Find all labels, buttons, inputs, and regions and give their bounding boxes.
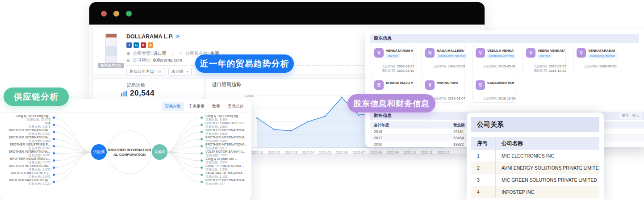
svg-text:2022-12: 2022-12 — [437, 150, 450, 154]
company-website-row: ◉ 公司网址: dollarama.com — [126, 57, 182, 63]
shareholder-card: V VEDULA VENKATA RAM... additional direc… — [472, 45, 515, 73]
blog-icon[interactable]: B — [148, 42, 153, 48]
buyer-item[interactable]: CôNG TY TRáCH NHIệM ...贸易次数: 2,359 — [205, 164, 250, 171]
linkedin-icon[interactable]: in — [134, 42, 139, 48]
leave-date: 2018-12-31 — [549, 69, 566, 73]
svg-text:2022-02: 2022-02 — [268, 150, 280, 154]
join-date-label: 入职时间: — [483, 96, 498, 100]
node-dot — [201, 152, 203, 154]
minimize-window-button[interactable] — [113, 11, 119, 17]
avatar: V — [526, 48, 535, 58]
supplier-item[interactable]: BROTHER INDUSTRIES (...贸易次数: 1,541 — [1, 171, 50, 179]
social-icons: f in P B — [126, 42, 153, 48]
buyer-item[interactable]: BROTHER INDUSTRIES R...贸易次数: 5,860 — [205, 121, 250, 129]
join-date: 2008-05-20 — [599, 64, 616, 68]
company-relations-card: 公司关系 序号公司名称 1MIC ELECTRONICS INC 2AVNI E… — [467, 112, 604, 200]
avatar: V — [476, 48, 485, 58]
svg-text:2022-07: 2022-07 — [353, 150, 365, 154]
leave-date: 2018-05-10 — [397, 69, 414, 73]
supplier-item[interactable]: BROTHER INTERNATIONA...贸易次数: 1,937 — [1, 164, 50, 171]
leave-date-label: 离职时间: — [382, 69, 396, 73]
svg-text:2022-08: 2022-08 — [370, 150, 382, 154]
node-dot — [53, 152, 55, 154]
relation-row: 3MIC GREEN SOLUTIONS PRIVATE LIMITED — [471, 174, 599, 186]
supplier-item[interactable]: BROTHER INTERNATIONA...贸易次数: 5,466 — [1, 136, 50, 143]
svg-text:2022-05: 2022-05 — [319, 150, 331, 154]
bar-chart-icon — [121, 91, 127, 96]
supplier-item[interactable]: Công ty TNHH công ng...贸易次数: 37,678 — [1, 114, 50, 121]
shareholder-card: S SADASIVAN MURALIKR... 入职时间:2016-10-06 — [472, 77, 515, 103]
stage: 相关图片(20) DOLLARAMA L.P.⟳ f in P B ▣ 公司类型… — [0, 0, 644, 200]
shareholder-name: VENKATA RAM ATLURI — [386, 49, 413, 53]
relations-title: 公司关系 — [471, 117, 599, 132]
avatar: N — [425, 48, 435, 58]
buyer-item[interactable]: BROTHER INTERNATIONA...贸易次数: 5,484 — [205, 136, 250, 143]
supplier-node[interactable]: 供应商 — [91, 144, 107, 160]
role-badge: director — [386, 54, 400, 58]
node-dot — [201, 167, 203, 169]
pinterest-icon[interactable]: P — [141, 42, 146, 48]
close-window-button[interactable] — [101, 11, 107, 17]
supplier-item[interactable]: BROTHER INTERNATIONA...贸易次数: 4,681 — [1, 150, 50, 157]
finance-title: 财务信息 — [374, 112, 392, 120]
browser-titlebar — [89, 2, 485, 25]
join-date: 1996-05-25 — [448, 64, 465, 68]
product-thumbnail[interactable]: 相关图片(20) — [100, 33, 123, 69]
node-dot — [53, 117, 55, 119]
buyer-list: Công ty TNHH công ng...贸易次数: 8,389 BROTH… — [205, 114, 250, 186]
supplier-item[interactable]: BROTHER INDUSTRIES L...贸易次数: 4,275 — [1, 157, 50, 164]
company-website-value[interactable]: dollarama.com — [153, 58, 182, 62]
supplier-item[interactable]: BROTHER INTERNATIONA...贸易次数: 5,037 — [1, 129, 50, 136]
chevron-down-icon: ▾ — [187, 70, 188, 74]
node-dot — [53, 159, 55, 162]
avatar: V — [374, 48, 384, 58]
panel-icon: ▤ — [158, 70, 161, 74]
avatar: S — [476, 80, 485, 90]
node-dot — [53, 181, 55, 183]
refresh-icon[interactable]: ⟳ — [176, 34, 180, 39]
relations-table: 序号公司名称 1MIC ELECTRONICS INC 2AVNI ENERGY… — [471, 137, 599, 198]
related-images-label: 相关图片(20) — [98, 63, 124, 68]
shareholder-name: SADASIVAN MURALIKR... — [487, 81, 514, 85]
group-select[interactable]: 未分组 ▾ — [168, 68, 192, 75]
role-badge: director — [538, 54, 552, 58]
role-badge: additional director — [487, 54, 515, 58]
join-date: 2006-08-22 — [397, 64, 414, 68]
shareholder-name: VENKATARAMANA MAG... — [588, 49, 615, 53]
supplier-item[interactable]: N/A贸易次数: 5,873 — [1, 121, 50, 129]
similar-company-select[interactable]: 相似公司名(1) ▤ — [126, 68, 164, 75]
hub-company-node[interactable]: BROTHER INTERNATION AL CORPORATION — [108, 130, 151, 174]
buyer-item[interactable]: Công ty TNHH công ng...贸易次数: 8,389 — [205, 114, 250, 121]
node-dot — [53, 167, 55, 169]
svg-text:2022-09: 2022-09 — [386, 150, 399, 154]
buyer-item[interactable]: BROTHER INTERNATIONA...贸易次数: 5,836 — [205, 129, 250, 136]
maximize-window-button[interactable] — [126, 11, 132, 17]
relations-table-header: 序号公司名称 — [471, 137, 599, 150]
svg-text:2022-10: 2022-10 — [403, 150, 416, 154]
node-dot — [201, 117, 203, 119]
supplier-item[interactable]: BROTHER INDUSTRIES R...贸易次数: 4,962 — [1, 143, 50, 150]
relation-row: 2AVNI ENERGY SOLUTIONS PRIVATE LIMITED — [471, 162, 599, 174]
buyer-item[interactable]: BROTHER INTERNATIONA...贸易次数: 4,672 — [205, 143, 250, 150]
currency-unit-badge: 单位：欧元 — [619, 112, 642, 119]
join-date: 2019-08-07 — [448, 96, 465, 100]
svg-text:2022-11: 2022-11 — [421, 150, 433, 154]
buyer-node[interactable]: 采购商 — [152, 144, 167, 160]
join-date-label: 入职时间: — [534, 64, 548, 68]
location-icon: ⚐ — [179, 51, 183, 56]
node-dot — [53, 145, 55, 147]
join-date: 2016-10-06 — [498, 96, 515, 100]
company-type-icon: ▣ — [126, 51, 130, 56]
buyer-item[interactable]: Công ty cổ phần sản ...贸易次数: 3,394 — [205, 157, 250, 164]
shareholder-name: VISHNU RAVI — [437, 81, 464, 85]
svg-text:2022-04: 2022-04 — [302, 150, 314, 154]
buyer-item[interactable]: VOLTA MOTOR SANAYİ V...贸易次数: 3,959 — [205, 150, 250, 157]
shareholder-card: N NAGA MALLESWARA R... whole-time direct… — [422, 45, 465, 73]
join-date-label: 入职时间: — [433, 64, 447, 68]
buyer-item[interactable]: BROTHER INTERNATIONA...贸易次数: 577 — [205, 179, 250, 186]
supplier-item[interactable]: BROTHER MACHINERY (A...贸易次数: 1,120 — [1, 179, 50, 186]
facebook-icon[interactable]: f — [126, 42, 132, 48]
shareholder-card: V VENKATARAMANA MAG... managing director… — [573, 45, 616, 73]
company-type-value: 进口商 — [153, 51, 167, 56]
buyer-item[interactable]: CASA DIAZ DE MAQUINA...贸易次数: 1,158 — [205, 171, 250, 179]
